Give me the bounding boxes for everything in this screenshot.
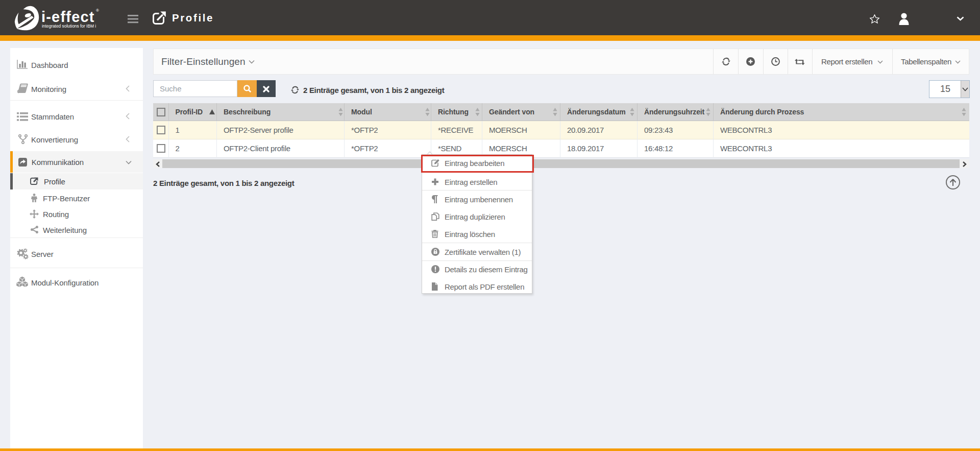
svg-text:®: ® xyxy=(96,8,99,13)
svg-text:i-effect: i-effect xyxy=(41,9,95,25)
svg-text:integrated solutions for IBM i: integrated solutions for IBM i xyxy=(42,23,96,29)
